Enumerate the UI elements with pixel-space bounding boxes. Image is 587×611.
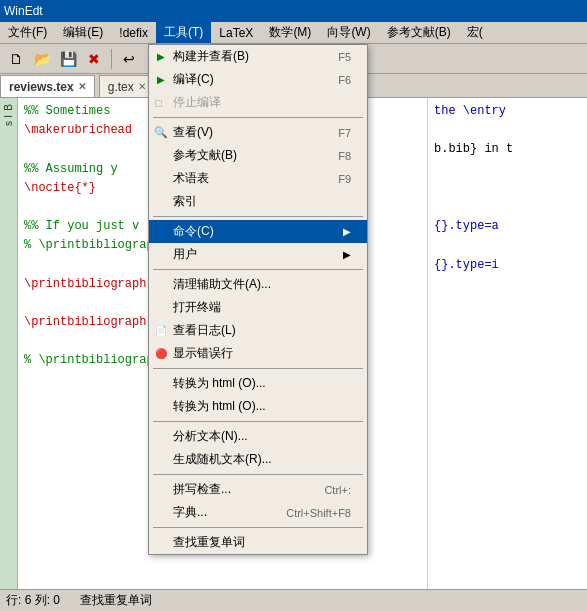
build-view-label: 构建并查看(B) xyxy=(173,48,249,65)
compile-shortcut: F6 xyxy=(338,74,351,86)
menu-dict[interactable]: 字典... Ctrl+Shift+F8 xyxy=(149,501,367,524)
command-label: 命令(C) xyxy=(173,223,214,240)
right-panel: the \entry b.bib} in t {}.type=a {}.type… xyxy=(427,98,587,589)
sep3 xyxy=(153,269,363,270)
menu-find-dup[interactable]: 查找重复单词 xyxy=(149,531,367,554)
menu-view[interactable]: 🔍 查看(V) F7 xyxy=(149,121,367,144)
status-text: 行: 6 列: 0 xyxy=(6,592,60,609)
spell-label: 拼写检查... xyxy=(173,481,231,498)
menu-clean[interactable]: 清理辅助文件(A)... xyxy=(149,273,367,296)
user-arrow: ▶ xyxy=(343,249,351,260)
status-find: 查找重复单词 xyxy=(80,592,152,609)
menu-guide[interactable]: 向导(W) xyxy=(319,22,378,43)
menu-refs[interactable]: 参考文献(B) xyxy=(379,22,459,43)
glossary-label: 术语表 xyxy=(173,170,209,187)
status-bar: 行: 6 列: 0 查找重复单词 xyxy=(0,589,587,611)
right-line: the \entry xyxy=(434,102,581,121)
refs-label: 参考文献(B) xyxy=(173,147,237,164)
command-arrow: ▶ xyxy=(343,226,351,237)
menu-log[interactable]: 📄 查看日志(L) xyxy=(149,319,367,342)
build-view-shortcut: F5 xyxy=(338,51,351,63)
menu-index[interactable]: 索引 xyxy=(149,190,367,213)
to-html1-label: 转换为 html (O)... xyxy=(173,375,266,392)
title-bar: WinEdt xyxy=(0,0,587,22)
right-line xyxy=(434,160,581,179)
view-icon: 🔍 xyxy=(153,126,169,139)
dict-shortcut: Ctrl+Shift+F8 xyxy=(286,507,351,519)
menu-command[interactable]: 命令(C) ▶ xyxy=(149,220,367,243)
menu-to-html2[interactable]: 转换为 html (O)... xyxy=(149,395,367,418)
terminal-label: 打开终端 xyxy=(173,299,221,316)
right-line: {}.type=a xyxy=(434,217,581,236)
right-line: {}.type=i xyxy=(434,256,581,275)
compile-label: 编译(C) xyxy=(173,71,214,88)
menu-analyze[interactable]: 分析文本(N)... xyxy=(149,425,367,448)
menu-bar: 文件(F) 编辑(E) !defix 工具(T) LaTeX 数学(M) 向导(… xyxy=(0,22,587,44)
stop-checkbox: □ xyxy=(155,97,162,109)
menu-glossary[interactable]: 术语表 F9 xyxy=(149,167,367,190)
menu-refs-item[interactable]: 参考文献(B) F8 xyxy=(149,144,367,167)
tab-reviews-close[interactable]: ✕ xyxy=(78,81,86,92)
toolbar-undo[interactable]: ↩ xyxy=(117,47,141,71)
left-gutter: B I s xyxy=(0,98,18,589)
sep1 xyxy=(153,117,363,118)
menu-latex[interactable]: LaTeX xyxy=(211,22,261,43)
random-label: 生成随机文本(R)... xyxy=(173,451,272,468)
view-shortcut: F7 xyxy=(338,127,351,139)
title-label: WinEdt xyxy=(4,4,43,18)
menu-file[interactable]: 文件(F) xyxy=(0,22,55,43)
tab-reviews[interactable]: reviews.tex ✕ xyxy=(0,75,95,97)
view-label: 查看(V) xyxy=(173,124,213,141)
menu-idefix[interactable]: !defix xyxy=(111,22,156,43)
tools-dropdown-menu: ▶ 构建并查看(B) F5 ▶ 编译(C) F6 □ 停止编译 🔍 查看(V) … xyxy=(148,44,368,555)
toolbar-new[interactable]: 🗋 xyxy=(4,47,28,71)
gutter-s: s xyxy=(3,121,14,126)
menu-random[interactable]: 生成随机文本(R)... xyxy=(149,448,367,471)
menu-terminal[interactable]: 打开终端 xyxy=(149,296,367,319)
show-errors-label: 显示错误行 xyxy=(173,345,233,362)
compile-icon: ▶ xyxy=(153,74,169,85)
sep6 xyxy=(153,474,363,475)
menu-stop: □ 停止编译 xyxy=(149,91,367,114)
sep2 xyxy=(153,216,363,217)
menu-build-view[interactable]: ▶ 构建并查看(B) F5 xyxy=(149,45,367,68)
menu-to-html1[interactable]: 转换为 html (O)... xyxy=(149,372,367,395)
analyze-label: 分析文本(N)... xyxy=(173,428,248,445)
glossary-shortcut: F9 xyxy=(338,173,351,185)
menu-compile[interactable]: ▶ 编译(C) F6 xyxy=(149,68,367,91)
menu-spell[interactable]: 拼写检查... Ctrl+: xyxy=(149,478,367,501)
log-icon: 📄 xyxy=(153,325,169,336)
toolbar-close[interactable]: ✖ xyxy=(82,47,106,71)
right-line xyxy=(434,198,581,217)
right-line xyxy=(434,121,581,140)
clean-label: 清理辅助文件(A)... xyxy=(173,276,271,293)
to-html2-label: 转换为 html (O)... xyxy=(173,398,266,415)
menu-math[interactable]: 数学(M) xyxy=(261,22,319,43)
tab-other-close[interactable]: ✕ xyxy=(138,81,146,92)
refs-shortcut: F8 xyxy=(338,150,351,162)
sep4 xyxy=(153,368,363,369)
tab-reviews-label: reviews.tex xyxy=(9,80,74,94)
right-line xyxy=(434,236,581,255)
menu-edit[interactable]: 编辑(E) xyxy=(55,22,111,43)
menu-macro[interactable]: 宏( xyxy=(459,22,491,43)
right-line xyxy=(434,179,581,198)
toolbar-save[interactable]: 💾 xyxy=(56,47,80,71)
tab-other[interactable]: g.tex ✕ xyxy=(99,75,155,97)
errors-icon: 🔴 xyxy=(153,348,169,359)
stop-label: 停止编译 xyxy=(173,94,221,111)
toolbar-open[interactable]: 📂 xyxy=(30,47,54,71)
user-label: 用户 xyxy=(173,246,197,263)
menu-tools[interactable]: 工具(T) xyxy=(156,22,211,43)
gutter-i: I xyxy=(3,115,14,118)
menu-user[interactable]: 用户 ▶ xyxy=(149,243,367,266)
log-label: 查看日志(L) xyxy=(173,322,236,339)
toolbar-sep xyxy=(111,49,112,69)
gutter-b: B xyxy=(3,104,14,111)
right-line: b.bib} in t xyxy=(434,140,581,159)
menu-show-errors[interactable]: 🔴 显示错误行 xyxy=(149,342,367,365)
tab-other-label: g.tex xyxy=(108,80,134,94)
sep7 xyxy=(153,527,363,528)
sep5 xyxy=(153,421,363,422)
spell-shortcut: Ctrl+: xyxy=(324,484,351,496)
